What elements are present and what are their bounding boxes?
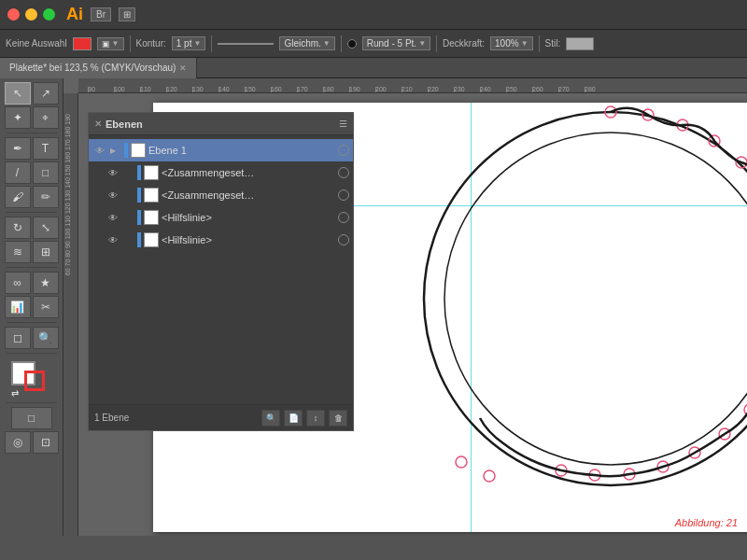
fill-box[interactable]: ▣ ▼ (97, 37, 124, 50)
layer-row-hilfs2[interactable]: 👁 <Hilfslinie> (89, 229, 353, 251)
layer-row-zusammen2[interactable]: 👁 <Zusammengeset… (89, 184, 353, 206)
layer-vis-z2[interactable]: 👁 (106, 188, 120, 203)
normal-mode[interactable]: □ (11, 407, 52, 429)
view-mode[interactable]: ⊡ (33, 431, 59, 454)
ruler-mark: 150 (245, 86, 256, 92)
layers-count-label: 1 Ebene (94, 413, 258, 423)
direct-select-tool[interactable]: ↗ (33, 82, 59, 105)
layer-triangle[interactable]: ▶ (110, 147, 121, 155)
doc-tab-bar: Plakette* bei 123,5 % (CMYK/Vorschau) ✕ (0, 58, 747, 78)
doc-tab-close-icon[interactable]: ✕ (179, 63, 187, 73)
rund-box[interactable]: Rund - 5 Pt. ▼ (362, 36, 430, 50)
eye-icon-z2: 👁 (108, 190, 118, 201)
stroke-color-swatch[interactable] (24, 371, 45, 391)
svg-point-0 (424, 112, 747, 485)
ruler-mark: 130 (192, 86, 204, 92)
eraser-tool[interactable]: ◻ (5, 327, 31, 349)
ruler-tick (402, 87, 402, 92)
layers-panel-header: ✕ Ebenen ☰ (89, 113, 353, 135)
layers-move-btn[interactable]: ↕ (306, 410, 325, 427)
layer-target-h1[interactable] (338, 212, 349, 223)
line-tool[interactable]: / (5, 161, 31, 184)
ruler-left-marks: 60 70 80 90 100 110 120 130 140 150 160 … (64, 114, 71, 275)
gleichm-box[interactable]: Gleichm. ▼ (279, 36, 334, 50)
br-icon[interactable]: Br (91, 7, 111, 21)
panel-menu-icon[interactable]: ☰ (339, 119, 347, 129)
layer-target-h2[interactable] (338, 234, 349, 245)
layer-row-ebene1[interactable]: 👁 ▶ Ebene 1 (89, 139, 353, 161)
canvas-content[interactable]: ✕ Ebenen ☰ 👁 ▶ Ebene 1 (78, 93, 747, 536)
layout-icon[interactable]: ⊞ (119, 7, 135, 21)
layer-vis-h2[interactable]: 👁 (106, 232, 120, 247)
magic-wand-tool[interactable]: ✦ (5, 106, 31, 129)
ai-logo-icon: Ai (66, 5, 83, 24)
ruler-mark: 270 (558, 86, 570, 92)
zoom-tool[interactable]: 🔍 (33, 327, 59, 349)
canvas-area: 90 100 110 120 130 140 150 160 170 180 (63, 78, 747, 536)
symbol-tool[interactable]: ★ (33, 272, 59, 294)
draw-inside[interactable]: ◎ (5, 431, 31, 454)
toolbar-sep-1 (130, 35, 131, 52)
lasso-tool[interactable]: ⌖ (33, 106, 59, 129)
column-graph-tool[interactable]: 📊 (5, 296, 31, 318)
svg-point-1 (444, 133, 747, 465)
layer-target-z2[interactable] (338, 189, 349, 201)
layer-row-zusammen1[interactable]: 👁 <Zusammengeset… (89, 161, 353, 184)
warp-tool[interactable]: ≋ (5, 241, 31, 263)
layer-row-hilfs1[interactable]: 👁 <Hilfslinie> (89, 206, 353, 229)
ruler-mark: 170 (297, 86, 308, 92)
layers-panel: ✕ Ebenen ☰ 👁 ▶ Ebene 1 (88, 112, 354, 431)
select-tool[interactable]: ↖ (5, 82, 31, 105)
ruler-tick (166, 87, 167, 92)
pen-tool[interactable]: ✒ (5, 137, 31, 160)
kontur-value: 1 pt (176, 38, 192, 49)
eye-icon: 👁 (95, 146, 105, 156)
deckkraft-value: 100% (495, 38, 519, 49)
doc-tab-item[interactable]: Plakette* bei 123,5 % (CMYK/Vorschau) ✕ (0, 58, 197, 78)
deckkraft-box[interactable]: 100% ▼ (490, 36, 533, 50)
rotate-tool[interactable]: ↻ (5, 217, 31, 239)
scale-tool[interactable]: ⤡ (33, 217, 59, 239)
ruler-tick (375, 87, 376, 92)
shape-tool[interactable]: □ (33, 161, 59, 184)
ruler-left: 60 70 80 90 100 110 120 130 140 150 160 … (63, 93, 78, 536)
ruler-tick (88, 87, 89, 92)
paintbrush-tool[interactable]: 🖌 (5, 186, 31, 208)
panel-close-icon[interactable]: ✕ (94, 119, 102, 129)
blend-tool[interactable]: ∞ (5, 272, 31, 294)
kontur-value-box[interactable]: 1 pt ▼ (172, 36, 206, 50)
layer-color-bar (124, 143, 128, 158)
swap-colors-icon[interactable]: ⇄ (11, 388, 19, 399)
rund-label: Rund - 5 Pt. (367, 38, 416, 49)
layers-search-btn[interactable]: 🔍 (261, 410, 280, 427)
layer-vis-z1[interactable]: 👁 (106, 165, 120, 180)
titlebar: Ai Br ⊞ (0, 0, 747, 30)
close-button[interactable] (7, 8, 20, 21)
stil-label: Stil: (545, 38, 561, 49)
minimize-button[interactable] (25, 8, 37, 21)
type-tool[interactable]: T (33, 137, 59, 160)
kontur-label: Kontur: (136, 38, 166, 49)
toolbar-sep-4 (436, 35, 437, 52)
eye-icon-h1: 👁 (108, 213, 118, 223)
ruler-tick (506, 87, 507, 92)
layer-vis-ebene1[interactable]: 👁 (92, 143, 107, 158)
maximize-button[interactable] (43, 8, 55, 21)
fill-swatch[interactable] (73, 37, 92, 50)
ruler-tick (245, 87, 246, 92)
layer-target-z1[interactable] (338, 167, 349, 178)
panel-title: Ebenen (106, 119, 335, 130)
toolbox: ↖ ↗ ✦ ⌖ ✒ T / □ 🖌 ✏ ↻ ⤡ ≋ ⊞ ∞ (0, 78, 63, 536)
ruler-mark: 260 (532, 86, 543, 92)
layer-color-bar-z1 (137, 165, 141, 180)
free-transform-tool[interactable]: ⊞ (33, 241, 59, 263)
layers-delete-btn[interactable]: 🗑 (329, 410, 347, 427)
layers-new-layer-btn[interactable]: 📄 (284, 410, 303, 427)
ruler-mark: 160 (271, 86, 282, 92)
pencil-tool[interactable]: ✏ (33, 186, 59, 208)
slice-tool[interactable]: ✂ (33, 296, 59, 318)
ruler-tick (192, 87, 193, 92)
layer-target[interactable] (338, 145, 349, 156)
layer-vis-h1[interactable]: 👁 (106, 210, 120, 225)
stil-box[interactable] (566, 37, 594, 50)
